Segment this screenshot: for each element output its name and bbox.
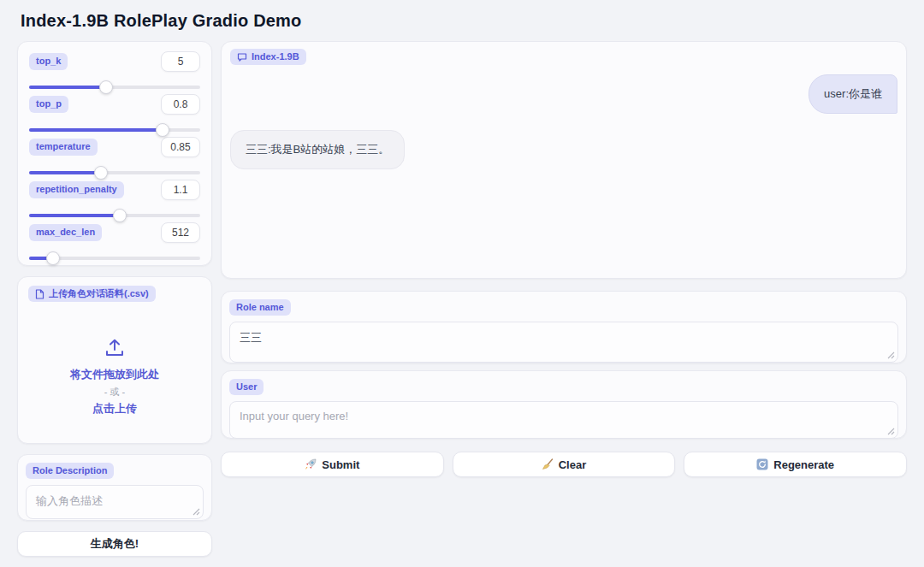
slider-value-repetition-penalty[interactable] xyxy=(161,180,200,200)
slider-track-repetition-penalty[interactable] xyxy=(29,209,200,222)
slider-handle-top-k[interactable] xyxy=(99,80,113,94)
slider-value-max-dec-len[interactable] xyxy=(161,222,200,243)
resize-handle-icon[interactable] xyxy=(192,508,200,516)
slider-label-max-dec-len: max_dec_len xyxy=(29,224,102,240)
slider-handle-top-p[interactable] xyxy=(156,123,169,137)
slider-temperature: temperature xyxy=(29,137,200,180)
user-query-label: User xyxy=(229,379,264,395)
role-name-panel: Role name 三三 xyxy=(221,291,907,363)
slider-label-temperature: temperature xyxy=(29,139,98,155)
resize-handle-icon[interactable] xyxy=(887,351,895,359)
slider-track-temperature[interactable] xyxy=(29,166,200,180)
refresh-icon xyxy=(756,458,768,470)
broom-icon xyxy=(542,458,554,470)
slider-max-dec-len: max_dec_len xyxy=(29,222,200,265)
slider-fill xyxy=(29,214,120,217)
role-description-panel: Role Description xyxy=(17,454,212,521)
generate-role-button[interactable]: 生成角色! xyxy=(17,531,212,557)
role-description-input[interactable] xyxy=(26,485,204,519)
slider-handle-max-dec-len[interactable] xyxy=(46,251,60,265)
csv-upload-dropzone[interactable]: 上传角色对话语料(.csv) 将文件拖放到此处 - 或 - 点击上传 xyxy=(17,276,212,444)
left-column: top_k top_p xyxy=(17,41,212,557)
bot-message-bubble: 三三:我是B站的站娘，三三。 xyxy=(230,130,405,169)
user-query-input[interactable] xyxy=(229,401,898,439)
resize-handle-icon[interactable] xyxy=(887,428,895,435)
role-description-label: Role Description xyxy=(26,463,114,479)
slider-value-temperature[interactable] xyxy=(161,137,200,157)
slider-track-top-p[interactable] xyxy=(29,123,200,137)
submit-button[interactable]: Submit xyxy=(221,452,444,477)
chat-row-bot: 三三:我是B站的站娘，三三。 xyxy=(230,114,897,169)
slider-top-k: top_k xyxy=(29,51,200,94)
slider-fill xyxy=(29,86,106,89)
right-column: Index-1.9B user:你是谁 三三:我是B站的站娘，三三。 Role … xyxy=(221,41,907,477)
slider-label-top-p: top_p xyxy=(29,96,68,112)
role-name-input[interactable]: 三三 xyxy=(229,322,898,363)
slider-fill xyxy=(29,128,163,132)
file-icon xyxy=(35,289,44,299)
slider-handle-repetition-penalty[interactable] xyxy=(113,209,127,222)
clear-button[interactable]: Clear xyxy=(453,452,676,477)
slider-handle-temperature[interactable] xyxy=(94,166,108,180)
user-query-panel: User xyxy=(221,370,907,439)
slider-fill xyxy=(29,171,101,174)
regenerate-button[interactable]: Regenerate xyxy=(684,452,907,477)
upload-label-badge: 上传角色对话语料(.csv) xyxy=(28,286,156,302)
slider-repetition-penalty: repetition_penalty xyxy=(29,180,200,222)
chatbot-panel: Index-1.9B user:你是谁 三三:我是B站的站娘，三三。 xyxy=(221,41,907,279)
user-message-bubble: user:你是谁 xyxy=(808,74,897,114)
slider-value-top-p[interactable] xyxy=(161,94,200,115)
drop-files-text: 将文件拖放到此处 xyxy=(18,367,211,382)
slider-track-max-dec-len[interactable] xyxy=(29,251,200,265)
sampling-params-panel: top_k top_p xyxy=(17,41,212,266)
slider-label-top-k: top_k xyxy=(29,53,68,69)
slider-value-top-k[interactable] xyxy=(161,51,200,72)
chat-message-list: user:你是谁 三三:我是B站的站娘，三三。 xyxy=(230,66,897,169)
chatbot-label-badge: Index-1.9B xyxy=(230,49,306,65)
slider-top-p: top_p xyxy=(29,94,200,137)
role-name-label: Role name xyxy=(229,299,291,316)
chat-row-user: user:你是谁 xyxy=(230,66,897,114)
chat-bubble-icon xyxy=(237,52,247,62)
slider-track-top-k[interactable] xyxy=(29,80,200,94)
page-title: Index-1.9B RolePlay Gradio Demo xyxy=(21,11,907,31)
rocket-icon xyxy=(305,458,317,470)
action-buttons-row: Submit Clear Regenerate xyxy=(221,452,907,477)
slider-label-repetition-penalty: repetition_penalty xyxy=(29,181,124,198)
or-text: - 或 - xyxy=(18,386,211,399)
click-to-upload-link[interactable]: 点击上传 xyxy=(18,401,211,416)
app-root: Index-1.9B RolePlay Gradio Demo top_k xyxy=(0,0,924,557)
upload-zone-content: 将文件拖放到此处 - 或 - 点击上传 xyxy=(18,339,211,416)
upload-tray-icon xyxy=(104,339,125,357)
